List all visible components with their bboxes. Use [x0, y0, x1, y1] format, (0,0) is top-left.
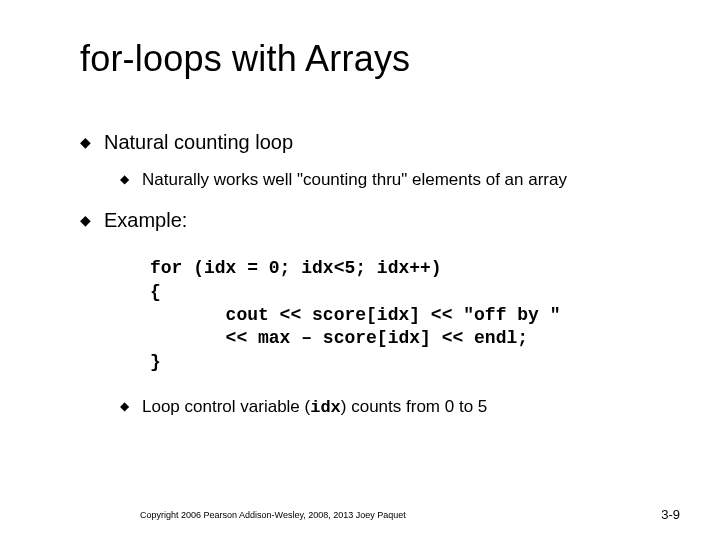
slide-body: ◆ Natural counting loop ◆ Naturally work… [80, 130, 660, 436]
copyright-text: Copyright 2006 Pearson Addison-Wesley, 2… [140, 510, 406, 520]
code-block: for (idx = 0; idx<5; idx++) { cout << sc… [150, 257, 660, 374]
sub-bullet-naturally-works: ◆ Naturally works well "counting thru" e… [120, 169, 660, 190]
bullet-text: Natural counting loop [104, 131, 293, 153]
slide-title: for-loops with Arrays [80, 38, 410, 80]
bullet-text-pre: Loop control variable ( [142, 397, 310, 416]
bullet-text-post: ) counts from 0 to 5 [341, 397, 487, 416]
bullet-example: ◆ Example: [80, 208, 660, 233]
diamond-icon: ◆ [120, 172, 129, 187]
inline-code-idx: idx [310, 398, 341, 417]
sub-bullet-loop-control: ◆ Loop control variable (idx) counts fro… [120, 396, 660, 418]
diamond-icon: ◆ [80, 134, 91, 152]
diamond-icon: ◆ [120, 399, 129, 414]
bullet-natural-counting: ◆ Natural counting loop [80, 130, 660, 155]
slide: for-loops with Arrays ◆ Natural counting… [0, 0, 720, 540]
bullet-text: Naturally works well "counting thru" ele… [142, 170, 567, 189]
bullet-text: Example: [104, 209, 187, 231]
page-number: 3-9 [661, 507, 680, 522]
diamond-icon: ◆ [80, 212, 91, 230]
